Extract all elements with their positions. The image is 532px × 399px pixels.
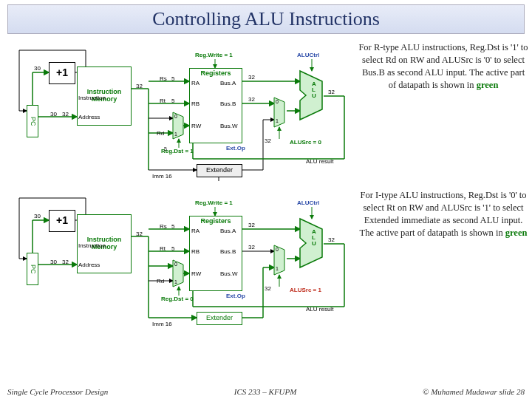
datapath-r: +1 PC Instruction Memory Instruction Add…	[4, 37, 352, 185]
bw-30b-i: 30	[50, 259, 57, 265]
address-label: Address	[78, 114, 100, 120]
alusrc-mux-0: 0	[276, 99, 279, 104]
rb-label: RB	[191, 100, 200, 107]
alu-label: A L U	[312, 81, 316, 99]
footer-right: © Muhamed Mudawar slide 28	[423, 387, 525, 396]
busb-i: Bus.B	[220, 248, 236, 255]
bw-32e: 32	[265, 137, 271, 144]
registers-title-i: Registers	[190, 218, 242, 225]
footer-left: Single Cycle Processor Design	[7, 387, 108, 396]
busw-label: Bus.W	[220, 123, 238, 129]
bw-5a-i: 5	[171, 223, 174, 230]
instruction-label: Instruction	[78, 95, 106, 101]
alusrc-label-i: ALUSrc = 1	[290, 287, 321, 293]
instruction-label-i: Instruction	[78, 242, 106, 249]
regdst-mux-0: 0	[174, 114, 177, 119]
bw-5a: 5	[171, 75, 174, 82]
busb-label: Bus.B	[220, 100, 236, 107]
aluctrl-label-i: ALUCtrl	[297, 200, 319, 206]
bw-32d-i: 32	[248, 244, 255, 250]
footer: Single Cycle Processor Design ICS 233 – …	[7, 387, 525, 396]
rw-i: RW	[191, 270, 201, 277]
rb-i: RB	[191, 248, 200, 255]
regdst-mux-i-0: 0	[174, 262, 177, 267]
page-title: Controlling ALU Instructions	[8, 8, 524, 30]
bw-32a-i: 32	[62, 259, 69, 265]
imm16-label-i: Imm 16	[152, 321, 172, 327]
datapath-i: +1 PC Instruction Memory Instruction Add…	[4, 185, 352, 332]
rs-label: Rs	[160, 75, 167, 82]
bw-32b: 32	[136, 83, 143, 89]
regdst-mux-1: 1	[174, 132, 177, 137]
ra-i: RA	[191, 228, 200, 234]
bw-32d: 32	[248, 96, 255, 103]
bw-32f-i: 32	[328, 236, 335, 243]
regwrite-label-i: Reg.Write = 1	[195, 200, 233, 206]
ra-label: RA	[191, 80, 200, 86]
busa-i: Bus.A	[220, 228, 236, 234]
desc-i-type: For I-type ALU instructions, Reg.Dst is …	[358, 189, 529, 239]
pc-reg: PC	[27, 105, 38, 137]
alusrc-mux-i-0: 0	[276, 247, 279, 252]
alusrc-mux-i-1: 1	[276, 266, 279, 271]
diagram-r-type: +1 PC Instruction Memory Instruction Add…	[4, 37, 528, 185]
alures-label-i: ALU result	[306, 306, 333, 313]
bw-32c: 32	[248, 74, 255, 81]
rd-label: Rd	[157, 130, 164, 137]
bw-32b-i: 32	[136, 231, 143, 237]
rt-label: Rt	[160, 98, 166, 104]
extop-label: Ext.Op	[226, 145, 245, 151]
extender-i: Extender	[197, 312, 242, 325]
alusrc-label: ALUSrc = 0	[290, 139, 321, 146]
desc-r-type: For R-type ALU instructions, Reg.Dst is …	[358, 41, 529, 92]
bw-30b: 30	[50, 111, 57, 117]
regdst-label-i: Reg.Dst = 0	[161, 296, 194, 302]
bw-32c-i: 32	[248, 222, 255, 228]
rd-i: Rd	[157, 278, 164, 284]
rt-i: Rt	[160, 245, 166, 252]
alures-label: ALU result	[306, 158, 333, 165]
alusrc-mux-1: 1	[276, 118, 279, 123]
busa-label: Bus.A	[220, 80, 236, 86]
rw-label: RW	[191, 123, 201, 129]
regdst-mux-i-1: 1	[174, 279, 177, 284]
extop-label-i: Ext.Op	[226, 293, 245, 299]
adder-plus1: +1	[49, 62, 75, 84]
imm16-label: Imm 16	[152, 173, 172, 180]
bw-5b-i: 5	[171, 245, 174, 252]
busw-i: Bus.W	[220, 270, 238, 277]
diagram-i-type: +1 PC Instruction Memory Instruction Add…	[4, 185, 528, 332]
address-label-i: Address	[78, 262, 100, 268]
bw-32e-i: 32	[265, 285, 271, 292]
alu-label-i: A L U	[312, 229, 316, 247]
footer-mid: ICS 233 – KFUPM	[234, 387, 297, 396]
adder-plus1-i: +1	[49, 210, 75, 232]
rs-i: Rs	[160, 223, 167, 230]
regwrite-label: Reg.Write = 1	[195, 52, 233, 58]
bw-30a-i: 30	[34, 213, 41, 219]
bw-32a: 32	[62, 111, 69, 117]
title-bar: Controlling ALU Instructions	[7, 4, 525, 34]
aluctrl-label: ALUCtrl	[297, 52, 319, 58]
bw-30a: 30	[34, 65, 41, 72]
registers-title: Registers	[190, 70, 242, 78]
pc-reg-i: PC	[27, 253, 38, 285]
bw-5b: 5	[171, 98, 174, 104]
extender: Extender	[197, 164, 242, 177]
bw-5c: 5	[164, 146, 167, 151]
bw-32f: 32	[328, 89, 335, 95]
